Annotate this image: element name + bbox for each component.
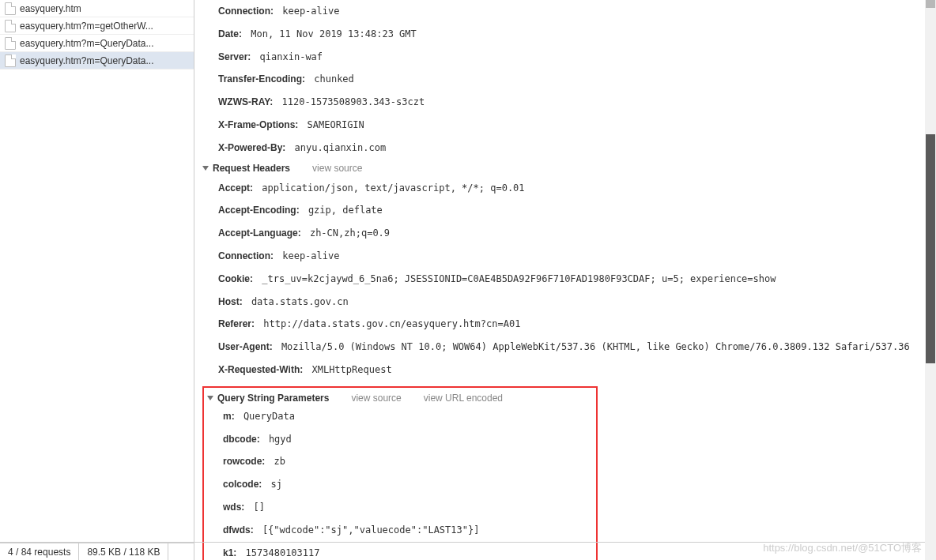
header-row: k1: 1573480103117 (207, 542, 593, 560)
request-headers-section[interactable]: Request Headers view source (202, 160, 928, 177)
header-row: dfwds: [{"wdcode":"sj","valuecode":"LAST… (207, 519, 593, 542)
details-pane: Connection: keep-aliveDate: Mon, 11 Nov … (194, 0, 936, 560)
file-icon (5, 54, 16, 67)
header-row: Transfer-Encoding: chunked (202, 68, 928, 91)
header-name: Accept-Language: (218, 227, 301, 239)
header-name: dfwds: (223, 524, 254, 536)
header-row: Server: qianxin-waf (202, 46, 928, 69)
header-name: Host: (218, 296, 243, 307)
header-row: Connection: keep-alive (202, 0, 928, 23)
header-name: Transfer-Encoding: (218, 73, 305, 85)
header-row: Referer: http://data.stats.gov.cn/easyqu… (202, 313, 928, 336)
header-name: Connection: (218, 6, 274, 17)
header-value: Mozilla/5.0 (Windows NT 10.0; WOW64) App… (276, 341, 910, 352)
header-value: Mon, 11 Nov 2019 13:48:23 GMT (245, 28, 417, 39)
header-name: X-Requested-With: (218, 364, 303, 375)
header-row: User-Agent: Mozilla/5.0 (Windows NT 10.0… (202, 336, 928, 359)
header-name: Cookie: (218, 273, 253, 284)
status-requests: 4 / 84 requests (0, 543, 79, 560)
header-name: dbcode: (223, 434, 260, 445)
status-transferred: 89.5 KB / 118 KB (79, 543, 168, 560)
header-value: zb (268, 456, 285, 467)
header-name: Accept-Encoding: (218, 205, 300, 216)
view-source-link[interactable]: view source (351, 393, 401, 404)
header-name: m: (223, 411, 235, 422)
header-row: Accept: application/json, text/javascrip… (202, 177, 928, 200)
header-value: [] (247, 502, 265, 513)
chevron-down-icon[interactable] (207, 396, 213, 400)
header-name: k1: (223, 547, 236, 558)
header-row: rowcode: zb (207, 450, 593, 473)
header-value: SAMEORIGIN (301, 119, 364, 130)
header-row: X-Frame-Options: SAMEORIGIN (202, 114, 928, 137)
request-item[interactable]: easyquery.htm?m=getOtherW... (0, 17, 194, 35)
file-icon (5, 20, 16, 32)
header-row: Date: Mon, 11 Nov 2019 13:48:23 GMT (202, 23, 928, 46)
chevron-down-icon[interactable] (202, 166, 209, 171)
header-row: Accept-Encoding: gzip, deflate (202, 199, 928, 222)
header-value: QueryData (238, 411, 295, 422)
request-item[interactable]: easyquery.htm (0, 0, 194, 17)
query-string-params-block: m: QueryDatadbcode: hgydrowcode: zbcolco… (207, 405, 593, 560)
header-row: X-Requested-With: XMLHttpRequest (202, 359, 928, 381)
header-name: Accept: (218, 182, 253, 194)
header-name: rowcode: (223, 456, 265, 467)
scrollbar-thumb[interactable] (926, 0, 935, 8)
header-name: Server: (218, 51, 251, 62)
request-item[interactable]: easyquery.htm?m=QueryData... (0, 35, 194, 52)
file-icon (5, 37, 16, 50)
header-value: 1573480103117 (240, 547, 319, 558)
header-name: Referer: (218, 318, 255, 329)
header-value: XMLHttpRequest (306, 364, 391, 375)
header-name: User-Agent: (218, 341, 273, 352)
request-name: easyquery.htm?m=QueryData... (20, 38, 154, 49)
request-sidebar: easyquery.htm easyquery.htm?m=getOtherW.… (0, 0, 194, 560)
request-name: easyquery.htm?m=getOtherW... (20, 21, 153, 32)
header-value: keep-alive (277, 6, 339, 17)
response-headers-block: Connection: keep-aliveDate: Mon, 11 Nov … (202, 0, 928, 160)
request-item[interactable]: easyquery.htm?m=QueryData... (0, 52, 194, 70)
status-bar: 4 / 84 requests 89.5 KB / 118 KB (0, 543, 194, 560)
header-value: anyu.qianxin.com (289, 142, 386, 153)
header-row: Host: data.stats.gov.cn (202, 291, 928, 314)
section-title: Query String Parameters (217, 393, 329, 404)
header-value: 1120-1573508903.343-s3czt (276, 96, 425, 107)
file-icon (5, 2, 16, 15)
header-name: WZWS-RAY: (218, 96, 273, 107)
view-source-link[interactable]: view source (312, 163, 362, 174)
header-value: application/json, text/javascript, */*; … (256, 182, 525, 194)
header-value: gzip, deflate (303, 205, 383, 216)
header-name: wds: (223, 502, 244, 513)
header-name: colcode: (223, 479, 262, 490)
scrollbar-track[interactable] (925, 0, 936, 560)
section-title: Request Headers (213, 163, 290, 174)
header-row: dbcode: hgyd (207, 428, 593, 451)
header-row: WZWS-RAY: 1120-1573508903.343-s3czt (202, 91, 928, 114)
header-value: data.stats.gov.cn (246, 296, 349, 307)
request-name: easyquery.htm (20, 3, 81, 14)
header-row: Accept-Language: zh-CN,zh;q=0.9 (202, 222, 928, 245)
header-name: Connection: (218, 250, 274, 261)
header-name: X-Frame-Options: (218, 119, 298, 130)
header-row: X-Powered-By: anyu.qianxin.com (202, 137, 928, 160)
scrollbar-thumb[interactable] (926, 134, 935, 363)
header-value: http://data.stats.gov.cn/easyquery.htm?c… (258, 318, 520, 329)
header-row: wds: [] (207, 496, 593, 519)
request-headers-block: Accept: application/json, text/javascrip… (202, 177, 928, 381)
header-value: qianxin-waf (254, 51, 323, 62)
header-value: zh-CN,zh;q=0.9 (304, 227, 390, 239)
query-string-highlight-box: Query String Parameters view source view… (202, 386, 598, 560)
query-string-section[interactable]: Query String Parameters view source view… (207, 391, 593, 405)
request-name: easyquery.htm?m=QueryData... (20, 55, 154, 66)
header-value: chunked (308, 73, 354, 85)
header-row: Connection: keep-alive (202, 245, 928, 268)
view-url-encoded-link[interactable]: view URL encoded (424, 393, 503, 404)
header-row: Cookie: _trs_uv=k2cjaywd_6_5na6; JSESSIO… (202, 268, 928, 291)
header-name: Date: (218, 28, 242, 39)
header-value: [{"wdcode":"sj","valuecode":"LAST13"}] (257, 524, 480, 536)
header-value: _trs_uv=k2cjaywd_6_5na6; JSESSIONID=C0AE… (256, 273, 776, 284)
header-value: sj (265, 479, 282, 490)
request-list: easyquery.htm easyquery.htm?m=getOtherW.… (0, 0, 194, 560)
header-row: m: QueryData (207, 405, 593, 428)
header-value: keep-alive (277, 250, 339, 261)
